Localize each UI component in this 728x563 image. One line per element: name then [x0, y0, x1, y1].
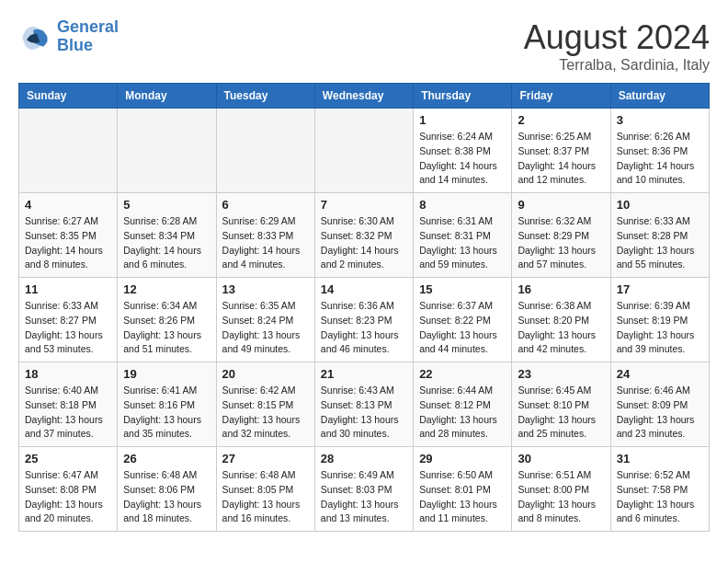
calendar-cell: 31Sunrise: 6:52 AMSunset: 7:58 PMDayligh…	[610, 447, 709, 532]
day-of-week-header: Tuesday	[216, 84, 314, 109]
day-number: 30	[518, 452, 604, 465]
day-info: Sunrise: 6:46 AMSunset: 8:09 PMDaylight:…	[617, 384, 703, 442]
calendar-cell: 14Sunrise: 6:36 AMSunset: 8:23 PMDayligh…	[314, 278, 413, 362]
calendar-cell: 7Sunrise: 6:30 AMSunset: 8:32 PMDaylight…	[314, 193, 413, 278]
day-of-week-header: Sunday	[19, 84, 118, 109]
calendar-cell: 9Sunrise: 6:32 AMSunset: 8:29 PMDaylight…	[512, 193, 610, 278]
page-header: GeneralBlue August 2024 Terralba, Sardin…	[18, 18, 710, 74]
day-number: 1	[419, 113, 506, 127]
day-number: 5	[123, 198, 210, 212]
day-info: Sunrise: 6:26 AMSunset: 8:36 PMDaylight:…	[617, 130, 703, 188]
day-info: Sunrise: 6:33 AMSunset: 8:28 PMDaylight:…	[617, 214, 703, 272]
calendar-cell: 11Sunrise: 6:33 AMSunset: 8:27 PMDayligh…	[19, 278, 118, 362]
location: Terralba, Sardinia, Italy	[524, 57, 710, 74]
day-info: Sunrise: 6:51 AMSunset: 8:00 PMDaylight:…	[518, 468, 604, 526]
logo-text: GeneralBlue	[57, 18, 119, 55]
day-number: 13	[222, 282, 309, 296]
day-info: Sunrise: 6:52 AMSunset: 7:58 PMDaylight:…	[617, 468, 703, 526]
day-info: Sunrise: 6:39 AMSunset: 8:19 PMDaylight:…	[617, 299, 703, 357]
day-info: Sunrise: 6:31 AMSunset: 8:31 PMDaylight:…	[419, 214, 506, 272]
day-number: 20	[222, 367, 309, 381]
day-info: Sunrise: 6:48 AMSunset: 8:06 PMDaylight:…	[123, 468, 210, 526]
calendar-week: 11Sunrise: 6:33 AMSunset: 8:27 PMDayligh…	[19, 278, 710, 362]
day-info: Sunrise: 6:45 AMSunset: 8:10 PMDaylight:…	[518, 384, 604, 442]
day-info: Sunrise: 6:33 AMSunset: 8:27 PMDaylight:…	[25, 299, 111, 357]
calendar-week: 4Sunrise: 6:27 AMSunset: 8:35 PMDaylight…	[19, 193, 710, 278]
day-info: Sunrise: 6:42 AMSunset: 8:15 PMDaylight:…	[222, 384, 309, 442]
day-info: Sunrise: 6:24 AMSunset: 8:38 PMDaylight:…	[419, 130, 506, 188]
calendar-cell: 3Sunrise: 6:26 AMSunset: 8:36 PMDaylight…	[610, 109, 709, 193]
day-info: Sunrise: 6:44 AMSunset: 8:12 PMDaylight:…	[419, 384, 506, 442]
calendar-cell: 2Sunrise: 6:25 AMSunset: 8:37 PMDaylight…	[512, 109, 610, 193]
calendar-cell: 20Sunrise: 6:42 AMSunset: 8:15 PMDayligh…	[216, 362, 314, 447]
day-info: Sunrise: 6:41 AMSunset: 8:16 PMDaylight:…	[123, 384, 210, 442]
calendar-cell: 27Sunrise: 6:48 AMSunset: 8:05 PMDayligh…	[216, 447, 314, 532]
day-of-week-header: Thursday	[414, 84, 512, 109]
calendar-cell	[118, 109, 216, 193]
day-of-week-header: Monday	[118, 84, 216, 109]
day-number: 11	[25, 282, 111, 296]
calendar-cell	[314, 109, 413, 193]
day-number: 8	[419, 198, 506, 212]
day-number: 24	[617, 367, 703, 381]
calendar-cell: 5Sunrise: 6:28 AMSunset: 8:34 PMDaylight…	[118, 193, 216, 278]
calendar-cell	[19, 109, 118, 193]
day-info: Sunrise: 6:28 AMSunset: 8:34 PMDaylight:…	[123, 214, 210, 272]
calendar-cell: 21Sunrise: 6:43 AMSunset: 8:13 PMDayligh…	[314, 362, 413, 447]
day-number: 6	[222, 198, 309, 212]
calendar-cell: 29Sunrise: 6:50 AMSunset: 8:01 PMDayligh…	[414, 447, 512, 532]
day-number: 3	[617, 113, 703, 127]
day-info: Sunrise: 6:47 AMSunset: 8:08 PMDaylight:…	[25, 468, 111, 526]
calendar-body: 1Sunrise: 6:24 AMSunset: 8:38 PMDaylight…	[19, 109, 710, 532]
logo-line1: General	[57, 17, 119, 36]
day-number: 27	[222, 452, 309, 465]
day-info: Sunrise: 6:35 AMSunset: 8:24 PMDaylight:…	[222, 299, 309, 357]
day-of-week-header: Saturday	[610, 84, 709, 109]
day-of-week-header: Friday	[512, 84, 610, 109]
calendar-cell: 12Sunrise: 6:34 AMSunset: 8:26 PMDayligh…	[118, 278, 216, 362]
calendar-cell: 10Sunrise: 6:33 AMSunset: 8:28 PMDayligh…	[610, 193, 709, 278]
day-number: 4	[25, 198, 111, 212]
day-info: Sunrise: 6:43 AMSunset: 8:13 PMDaylight:…	[321, 384, 407, 442]
day-info: Sunrise: 6:25 AMSunset: 8:37 PMDaylight:…	[518, 130, 604, 188]
day-number: 10	[617, 198, 703, 212]
calendar-cell: 17Sunrise: 6:39 AMSunset: 8:19 PMDayligh…	[610, 278, 709, 362]
calendar-cell: 1Sunrise: 6:24 AMSunset: 8:38 PMDaylight…	[414, 109, 512, 193]
calendar-cell: 8Sunrise: 6:31 AMSunset: 8:31 PMDaylight…	[414, 193, 512, 278]
day-info: Sunrise: 6:27 AMSunset: 8:35 PMDaylight:…	[25, 214, 111, 272]
calendar-cell: 28Sunrise: 6:49 AMSunset: 8:03 PMDayligh…	[314, 447, 413, 532]
calendar-cell	[216, 109, 314, 193]
calendar-cell: 18Sunrise: 6:40 AMSunset: 8:18 PMDayligh…	[19, 362, 118, 447]
day-number: 22	[419, 367, 506, 381]
day-number: 18	[25, 367, 111, 381]
day-info: Sunrise: 6:30 AMSunset: 8:32 PMDaylight:…	[321, 214, 407, 272]
day-info: Sunrise: 6:40 AMSunset: 8:18 PMDaylight:…	[25, 384, 111, 442]
calendar-cell: 26Sunrise: 6:48 AMSunset: 8:06 PMDayligh…	[118, 447, 216, 532]
day-number: 15	[419, 282, 506, 296]
calendar-week: 18Sunrise: 6:40 AMSunset: 8:18 PMDayligh…	[19, 362, 710, 447]
day-info: Sunrise: 6:37 AMSunset: 8:22 PMDaylight:…	[419, 299, 506, 357]
day-number: 31	[617, 452, 703, 465]
day-info: Sunrise: 6:49 AMSunset: 8:03 PMDaylight:…	[321, 468, 407, 526]
day-info: Sunrise: 6:34 AMSunset: 8:26 PMDaylight:…	[123, 299, 210, 357]
day-number: 7	[321, 198, 407, 212]
calendar: SundayMondayTuesdayWednesdayThursdayFrid…	[18, 83, 710, 532]
day-number: 25	[25, 452, 111, 465]
day-info: Sunrise: 6:29 AMSunset: 8:33 PMDaylight:…	[222, 214, 309, 272]
day-info: Sunrise: 6:36 AMSunset: 8:23 PMDaylight:…	[321, 299, 407, 357]
day-number: 16	[518, 282, 604, 296]
day-number: 14	[321, 282, 407, 296]
calendar-week: 25Sunrise: 6:47 AMSunset: 8:08 PMDayligh…	[19, 447, 710, 532]
calendar-cell: 24Sunrise: 6:46 AMSunset: 8:09 PMDayligh…	[610, 362, 709, 447]
calendar-cell: 13Sunrise: 6:35 AMSunset: 8:24 PMDayligh…	[216, 278, 314, 362]
day-number: 2	[518, 113, 604, 127]
calendar-cell: 25Sunrise: 6:47 AMSunset: 8:08 PMDayligh…	[19, 447, 118, 532]
logo: GeneralBlue	[18, 18, 119, 55]
month-title: August 2024	[524, 18, 710, 57]
logo-line2: Blue	[57, 36, 93, 54]
day-number: 26	[123, 452, 210, 465]
calendar-cell: 23Sunrise: 6:45 AMSunset: 8:10 PMDayligh…	[512, 362, 610, 447]
calendar-cell: 16Sunrise: 6:38 AMSunset: 8:20 PMDayligh…	[512, 278, 610, 362]
calendar-cell: 6Sunrise: 6:29 AMSunset: 8:33 PMDaylight…	[216, 193, 314, 278]
calendar-cell: 19Sunrise: 6:41 AMSunset: 8:16 PMDayligh…	[118, 362, 216, 447]
